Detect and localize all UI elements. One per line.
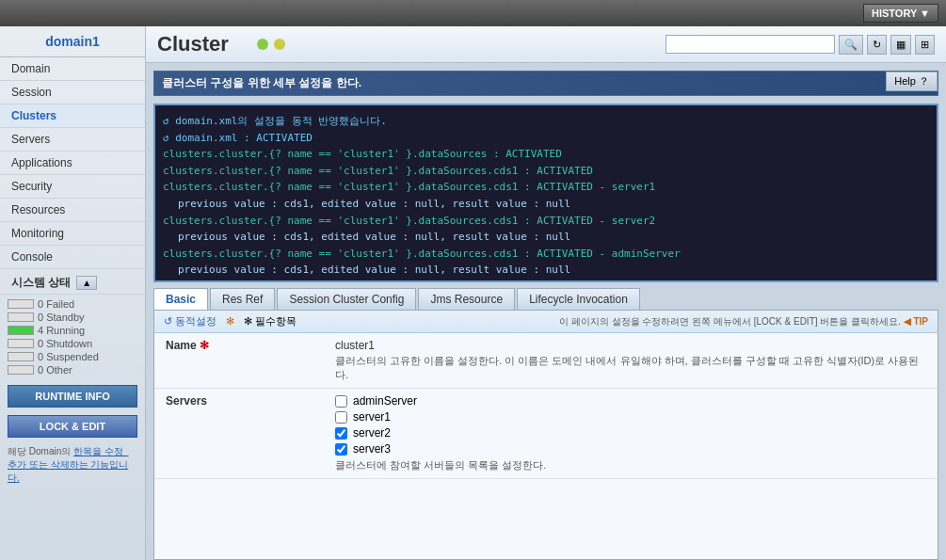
sidebar-note: 해당 Domain의 한목을 수정_추가 또는 삭제하는 기능입니다. bbox=[0, 441, 145, 488]
grid-button[interactable]: ▦ bbox=[890, 35, 911, 55]
tab-basic[interactable]: Basic bbox=[153, 288, 208, 310]
status-box-running bbox=[8, 326, 34, 335]
log-line: previous value : cds1, edited value : nu… bbox=[163, 196, 929, 213]
search-button[interactable]: 🔍 bbox=[839, 35, 863, 55]
log-line: clusters.cluster.{? name == 'cluster1' }… bbox=[163, 279, 929, 282]
main-header: Cluster 🔍 ↻ ▦ ⊞ bbox=[146, 26, 946, 63]
log-line: previous value : cds1, edited value : nu… bbox=[163, 262, 929, 279]
name-row: Name ✻ cluster1 클러스터의 고유한 이름을 설정한다. 이 이름… bbox=[154, 333, 938, 389]
server-label: adminServer bbox=[353, 394, 417, 408]
dot-green bbox=[257, 39, 268, 50]
log-line: clusters.cluster.{? name == 'cluster1' }… bbox=[163, 179, 929, 196]
log-panel-header: 클러스터 구성을 위한 세부 설정을 한다. Help ？ bbox=[153, 71, 938, 96]
nav-menu: Domain Session Clusters Servers Applicat… bbox=[0, 57, 145, 269]
servers-label-cell: Servers bbox=[154, 389, 324, 479]
status-box-failed bbox=[8, 299, 34, 309]
name-desc: 클러스터의 고유한 이름을 설정한다. 이 이름은 도메인 내에서 유일해야 하… bbox=[335, 354, 926, 382]
status-box-other bbox=[8, 365, 34, 375]
status-shutdown: 0 Shutdown bbox=[8, 338, 137, 349]
tab-sessionclusterconfig[interactable]: Session Cluster Config bbox=[277, 288, 416, 310]
server-checkbox-row: server3 bbox=[335, 442, 926, 456]
server-checkbox-row: adminServer bbox=[335, 394, 926, 408]
history-button[interactable]: HISTORY ▼ bbox=[863, 4, 938, 23]
log-line: clusters.cluster.{? name == 'cluster1' }… bbox=[163, 246, 929, 263]
layout: domain1 Domain Session Clusters Servers … bbox=[0, 26, 946, 560]
status-standby: 0 Standby bbox=[8, 312, 137, 323]
sidebar-item-resources[interactable]: Resources bbox=[0, 199, 145, 222]
log-line: ↺ domain.xml의 설정을 동적 반영했습니다. bbox=[163, 113, 929, 130]
dynamic-setting-link[interactable]: ↺ 동적설정 bbox=[164, 314, 216, 328]
tab-lifecycleinvocation[interactable]: Lifecycle Invocation bbox=[517, 288, 640, 310]
servers-desc: 클러스터에 참여할 서버들의 목록을 설정한다. bbox=[335, 458, 926, 472]
servers-row: Servers adminServerserver1server2server3… bbox=[154, 389, 938, 479]
server-checkbox-row: server2 bbox=[335, 426, 926, 440]
tabs-area: Basic Res Ref Session Cluster Config Jms… bbox=[153, 288, 938, 310]
runtime-info-button[interactable]: RUNTIME INFO bbox=[8, 385, 137, 408]
sidebar-item-security[interactable]: Security bbox=[0, 175, 145, 199]
log-line: previous value : cds1, edited value : nu… bbox=[163, 229, 929, 246]
export-button[interactable]: ⊞ bbox=[915, 35, 935, 55]
refresh-icon: ↺ bbox=[164, 315, 172, 328]
lock-edit-button[interactable]: LOCK & EDIT bbox=[8, 415, 137, 438]
server-checkbox-row: server1 bbox=[335, 410, 926, 424]
sidebar-item-clusters[interactable]: Clusters bbox=[0, 104, 145, 128]
page-title: Cluster bbox=[157, 32, 229, 56]
server-checkbox-server3[interactable] bbox=[335, 443, 347, 456]
system-status-toggle[interactable]: ▲ bbox=[76, 276, 97, 290]
tabs-bar: Basic Res Ref Session Cluster Config Jms… bbox=[153, 288, 938, 310]
log-line: clusters.cluster.{? name == 'cluster1' }… bbox=[163, 146, 929, 163]
help-button[interactable]: Help ？ bbox=[886, 72, 938, 91]
content-panel: ↺ 동적설정 ✻ ✻ 필수항목 이 페이지의 설정을 수정하려면 왼쪽 메뉴에서… bbox=[153, 310, 938, 560]
server-label: server3 bbox=[353, 442, 391, 456]
status-box-shutdown bbox=[8, 339, 34, 348]
name-required-star: ✻ bbox=[200, 339, 209, 352]
status-box-suspended bbox=[8, 352, 34, 361]
name-label-cell: Name ✻ bbox=[154, 333, 324, 389]
status-suspended: 0 Suspended bbox=[8, 351, 137, 362]
log-line: ↺ domain.xml : ACTIVATED bbox=[163, 130, 929, 147]
top-bar: HISTORY ▼ bbox=[0, 0, 946, 26]
tab-resref[interactable]: Res Ref bbox=[210, 288, 275, 310]
server-label: server2 bbox=[353, 426, 391, 440]
servers-checkboxes: adminServerserver1server2server3 bbox=[335, 394, 926, 456]
name-value-cell: cluster1 클러스터의 고유한 이름을 설정한다. 이 이름은 도메인 내… bbox=[324, 333, 938, 389]
sidebar: domain1 Domain Session Clusters Servers … bbox=[0, 26, 146, 560]
required-label: ✻ bbox=[226, 315, 234, 328]
sidebar-item-console[interactable]: Console bbox=[0, 246, 145, 269]
sidebar-item-domain[interactable]: Domain bbox=[0, 57, 145, 81]
form-table: Name ✻ cluster1 클러스터의 고유한 이름을 설정한다. 이 이름… bbox=[154, 333, 938, 479]
sidebar-item-monitoring[interactable]: Monitoring bbox=[0, 222, 145, 246]
status-box-standby bbox=[8, 312, 34, 322]
sidebar-item-session[interactable]: Session bbox=[0, 81, 145, 104]
toolbar-left: ↺ 동적설정 ✻ ✻ 필수항목 bbox=[164, 314, 297, 328]
server-label: server1 bbox=[353, 410, 391, 424]
tab-jmsresource[interactable]: Jms Resource bbox=[418, 288, 515, 310]
log-panel[interactable]: ↺ domain.xml의 설정을 동적 반영했습니다.↺ domain.xml… bbox=[153, 104, 938, 282]
log-line: clusters.cluster.{? name == 'cluster1' }… bbox=[163, 213, 929, 230]
toolbar-tip: 이 페이지의 설정을 수정하려면 왼쪽 메뉴에서 [LOCK & EDIT] 버… bbox=[559, 315, 928, 328]
search-input[interactable] bbox=[665, 35, 835, 54]
decorative-dots bbox=[257, 39, 285, 50]
status-running: 4 Running bbox=[8, 325, 137, 336]
domain-title[interactable]: domain1 bbox=[0, 26, 145, 57]
dot-yellow bbox=[274, 39, 285, 50]
header-tools: 🔍 ↻ ▦ ⊞ bbox=[665, 35, 935, 55]
sidebar-item-applications[interactable]: Applications bbox=[0, 152, 145, 175]
server-checkbox-adminServer[interactable] bbox=[335, 395, 347, 408]
sidebar-note-link[interactable]: 한목을 수정_추가 또는 삭제하는 기능입니다. bbox=[8, 446, 128, 483]
sidebar-item-servers[interactable]: Servers bbox=[0, 128, 145, 152]
main-area: Cluster 🔍 ↻ ▦ ⊞ 클러스터 구성을 위한 세부 설정을 한다. H… bbox=[146, 26, 946, 560]
refresh-button[interactable]: ↻ bbox=[867, 35, 887, 55]
name-value: cluster1 bbox=[335, 339, 926, 352]
status-rows: 0 Failed 0 Standby 4 Running 0 Shutdown … bbox=[0, 295, 145, 381]
log-line: clusters.cluster.{? name == 'cluster1' }… bbox=[163, 163, 929, 180]
server-checkbox-server2[interactable] bbox=[335, 427, 347, 440]
content-toolbar: ↺ 동적설정 ✻ ✻ 필수항목 이 페이지의 설정을 수정하려면 왼쪽 메뉴에서… bbox=[154, 311, 938, 333]
server-checkbox-server1[interactable] bbox=[335, 411, 347, 424]
status-other: 0 Other bbox=[8, 364, 137, 376]
system-status-label: 시스템 상태 ▲ bbox=[0, 269, 145, 295]
status-failed: 0 Failed bbox=[8, 298, 137, 310]
servers-value-cell: adminServerserver1server2server3 클러스터에 참… bbox=[324, 389, 938, 479]
